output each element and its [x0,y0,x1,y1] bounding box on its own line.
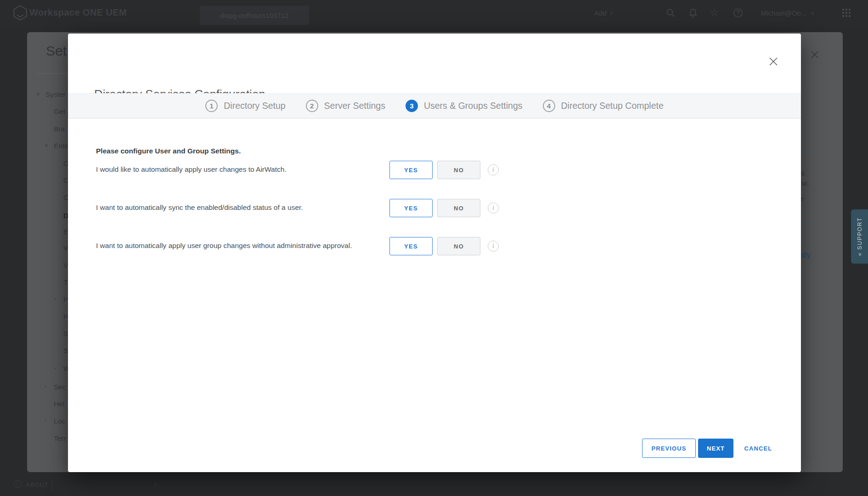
chevron-right-icon: › [54,365,56,371]
organization-selector[interactable]: dwpg-oofhours101712 [200,6,309,25]
notifications-bell-icon[interactable] [688,0,699,26]
question-row: I would like to automatically apply user… [68,161,801,180]
sidebar-item[interactable]: Bra [54,125,65,133]
sidebar-item[interactable]: S [63,330,68,338]
question-text: I want to automatically sync the enabled… [96,203,303,212]
app-switcher-grid-icon[interactable] [841,0,851,26]
info-icon: i [14,480,22,488]
search-icon[interactable] [665,0,676,26]
chevron-right-icon: › [54,296,56,301]
sidebar-item[interactable]: Get [54,107,65,116]
no-button[interactable]: NO [437,161,480,179]
yes-button-selected[interactable]: YES [389,237,433,255]
sidebar-item[interactable]: V [63,261,68,270]
question-text: I would like to automatically apply user… [96,165,287,174]
question-text: I want to automatically apply user group… [96,242,352,250]
step-users-groups-settings-active[interactable]: 3 Users & Groups Settings [406,100,523,112]
previous-button[interactable]: PREVIOUS [642,439,696,458]
step-number: 2 [306,100,318,112]
callout-text-fragment: ur. [801,179,809,187]
step-directory-setup[interactable]: 1 Directory Setup [205,100,285,112]
sidebar-item[interactable]: E [63,228,68,236]
chevron-right-icon: › [45,383,46,389]
step-number: 4 [543,100,555,112]
chevron-down-icon: ∨ [811,11,814,16]
chevron-down-icon: ∨ [45,142,48,148]
sidebar-item[interactable]: P [63,313,68,321]
sidebar-item-system[interactable]: ∨Syster [45,90,66,99]
app-header: Workspace ONE UEM dwpg-oofhours101712 Ad… [0,0,868,26]
support-tab[interactable]: « SUPPORT [851,209,868,264]
chevron-right-icon: › [45,417,46,423]
product-name: Workspace ONE UEM [29,7,127,18]
sidebar-item[interactable]: Terr [54,434,66,443]
info-icon[interactable]: i [488,164,499,175]
sidebar-item[interactable]: T [63,278,68,287]
section-heading: Please configure User and Group Settings… [96,147,241,155]
about-link[interactable]: ABOUT [26,481,49,488]
no-button[interactable]: NO [437,199,480,217]
no-button[interactable]: NO [437,237,480,255]
step-number: 3 [406,100,418,112]
directory-services-configuration-modal: Directory Services Configuration 1 Direc… [68,34,801,472]
yes-button-selected[interactable]: YES [389,199,433,217]
sidebar-item-enterprise[interactable]: ∨Ente [54,142,68,150]
modal-close-icon[interactable] [768,56,779,67]
user-menu[interactable]: Michael@Oo...∨ [761,0,814,26]
sidebar-item[interactable]: ›Loc [54,417,65,425]
step-number: 1 [205,100,218,112]
question-row: I want to automatically apply user group… [68,237,801,256]
chevron-down-icon: ∨ [36,91,40,97]
workspace-one-logo-icon [12,5,28,21]
info-icon[interactable]: i [488,203,499,214]
yes-button-selected[interactable]: YES [389,161,433,179]
chevron-down-icon: ∨ [610,11,613,16]
sidebar-item[interactable]: ›P [63,295,68,304]
collapse-chevron-icon[interactable]: ‹ [154,479,157,489]
settings-page-title: Set [46,43,67,59]
callout-text-fragment: s [801,169,805,177]
question-row: I want to automatically sync the enabled… [68,199,801,218]
cancel-button[interactable]: CANCEL [738,439,778,458]
step-directory-setup-complete[interactable]: 4 Directory Setup Complete [543,100,664,112]
sidebar-item-security[interactable]: ›Sec [54,383,66,391]
add-menu[interactable]: Add∨ [594,0,613,26]
sidebar-item[interactable]: V [63,244,68,252]
settings-close-icon[interactable] [810,50,820,60]
favorites-star-icon[interactable]: ☆ [710,0,719,26]
divider [52,479,52,490]
info-icon[interactable]: i [488,241,499,252]
next-button[interactable]: NEXT [698,439,733,458]
help-icon[interactable] [733,0,744,26]
step-server-settings[interactable]: 2 Server Settings [306,100,385,112]
sidebar-item[interactable]: Hel [54,400,64,408]
wizard-steps-bar: 1 Directory Setup 2 Server Settings 3 Us… [68,93,801,118]
sidebar-item[interactable]: S [63,347,68,355]
